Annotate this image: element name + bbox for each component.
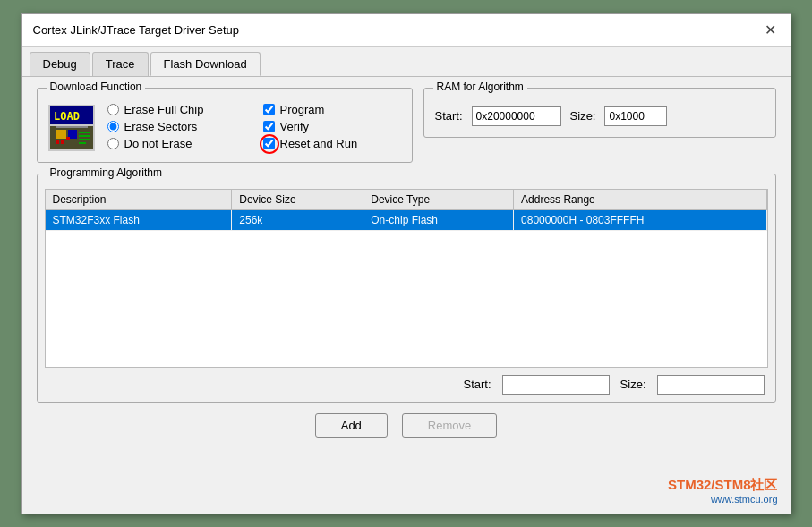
load-icon-svg: LOAD [48, 105, 95, 151]
col-device-type: Device Type [363, 190, 514, 210]
erase-full-label: Erase Full Chip [124, 103, 204, 116]
top-row: Download Function LOAD [37, 88, 776, 174]
reset-run-label: Reset and Run [280, 137, 358, 150]
size-label: Size: [570, 109, 596, 123]
do-not-erase-label: Do not Erase [124, 137, 192, 150]
algorithm-table-container: Description Device Size Device Type Addr… [45, 189, 768, 368]
dialog: Cortex JLink/JTrace Target Driver Setup … [21, 13, 791, 514]
tab-trace[interactable]: Trace [92, 52, 149, 76]
size-input[interactable] [604, 106, 667, 126]
radio-section: Erase Full Chip Erase Sectors Do not Era… [107, 103, 233, 150]
content-area: Download Function LOAD [22, 77, 791, 452]
programming-algorithm-label: Programming Algorithm [47, 166, 166, 179]
svg-rect-8 [66, 137, 70, 140]
bottom-start-input[interactable] [502, 375, 610, 395]
checkbox-section: Program Verify Reset and Run [263, 103, 358, 150]
remove-button[interactable]: Remove [402, 413, 497, 438]
dialog-title: Cortex JLink/JTrace Target Driver Setup [33, 23, 239, 37]
ram-inner: Start: Size: [435, 106, 765, 126]
program-checkbox[interactable] [263, 104, 275, 115]
bottom-size-input[interactable] [657, 375, 765, 395]
svg-rect-9 [79, 132, 90, 133]
col-device-size: Device Size [232, 190, 363, 210]
do-not-erase-radio[interactable] [107, 138, 119, 149]
title-bar: Cortex JLink/JTrace Target Driver Setup … [22, 14, 791, 47]
watermark-suffix: STM8社区 [714, 477, 777, 492]
algorithm-table: Description Device Size Device Type Addr… [46, 190, 767, 231]
verify-checkbox[interactable] [263, 121, 275, 132]
svg-text:LOAD: LOAD [54, 110, 80, 123]
table-header-row: Description Device Size Device Type Addr… [46, 190, 767, 210]
svg-rect-4 [56, 130, 66, 139]
programming-algorithm-group: Programming Algorithm Description Device… [37, 174, 776, 403]
start-input[interactable] [472, 106, 561, 126]
watermark-line2: www.stmcu.org [668, 494, 778, 505]
checkbox-program-row: Program [263, 103, 358, 116]
radio-do-not-erase: Do not Erase [107, 137, 233, 150]
download-function-label: Download Function [47, 81, 146, 93]
erase-sectors-radio[interactable] [107, 121, 119, 132]
buttons-row: Add Remove [37, 413, 776, 438]
svg-rect-11 [79, 139, 90, 140]
cell-description: STM32F3xx Flash [46, 209, 232, 230]
col-description: Description [46, 190, 232, 210]
erase-full-radio[interactable] [107, 104, 119, 115]
close-button[interactable]: ✕ [761, 21, 780, 38]
svg-rect-7 [61, 140, 64, 144]
add-button[interactable]: Add [315, 413, 388, 438]
download-function-inner: LOAD [48, 103, 401, 151]
col-address-range: Address Range [514, 190, 766, 210]
checkbox-verify-row: Verify [263, 120, 358, 133]
watermark-line1: STM32/STM8社区 [668, 477, 778, 494]
bottom-inputs: Start: Size: [45, 375, 768, 395]
checkbox-reset-run-row: Reset and Run [263, 137, 358, 150]
ram-algorithm-group: RAM for Algorithm Start: Size: [423, 88, 776, 138]
load-icon: LOAD [48, 105, 95, 151]
tab-bar: Debug Trace Flash Download [22, 47, 791, 77]
radio-erase-sectors: Erase Sectors [107, 120, 233, 133]
erase-sectors-label: Erase Sectors [124, 120, 198, 133]
svg-rect-13 [56, 126, 88, 128]
bottom-size-label: Size: [620, 378, 646, 391]
cell-address_range: 08000000H - 0803FFFFH [514, 209, 766, 230]
ram-algorithm-label: RAM for Algorithm [433, 81, 527, 93]
tab-debug[interactable]: Debug [30, 52, 90, 76]
reset-run-checkbox[interactable] [263, 138, 275, 149]
cell-device_type: On-chip Flash [363, 209, 514, 230]
svg-rect-6 [56, 140, 59, 144]
verify-label: Verify [280, 120, 310, 133]
program-label: Program [280, 103, 325, 116]
cell-device_size: 256k [232, 209, 363, 230]
watermark: STM32/STM8社区 www.stmcu.org [668, 477, 778, 505]
radio-erase-full: Erase Full Chip [107, 103, 233, 116]
download-function-group: Download Function LOAD [37, 88, 413, 163]
bottom-start-label: Start: [464, 378, 491, 391]
svg-rect-12 [79, 142, 86, 144]
start-label: Start: [435, 109, 463, 123]
watermark-prefix: STM32/ [668, 477, 715, 492]
table-row[interactable]: STM32F3xx Flash256kOn-chip Flash08000000… [46, 209, 767, 230]
svg-rect-10 [79, 135, 90, 137]
tab-flash-download[interactable]: Flash Download [150, 52, 261, 76]
